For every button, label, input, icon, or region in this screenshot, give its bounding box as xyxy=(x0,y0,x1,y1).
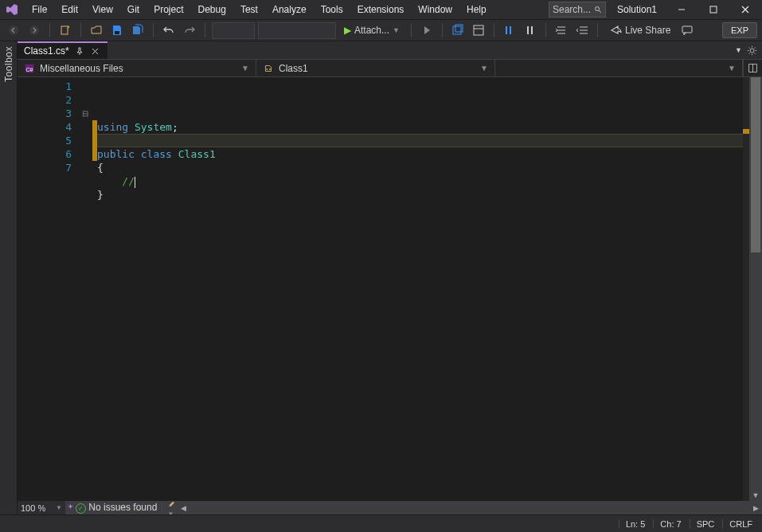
maximize-button[interactable] xyxy=(700,1,727,18)
separator xyxy=(494,23,494,37)
col-indicator[interactable]: Ch: 7 xyxy=(653,519,687,529)
menu-file[interactable]: File xyxy=(25,2,53,18)
scroll-down-icon[interactable]: ▼ xyxy=(749,489,762,501)
attach-debugger-button[interactable]: ▶ Attach... ▼ xyxy=(339,22,404,39)
separator xyxy=(49,23,50,37)
menu-tools[interactable]: Tools xyxy=(315,2,350,18)
svg-point-0 xyxy=(596,7,600,11)
zoom-dropdown[interactable]: 100 % ▼ xyxy=(18,501,65,514)
split-editor-button[interactable] xyxy=(743,60,762,76)
svg-rect-3 xyxy=(710,6,717,13)
close-tab-icon[interactable] xyxy=(90,45,101,57)
svg-rect-18 xyxy=(682,26,692,33)
pin-icon[interactable] xyxy=(74,45,85,57)
play-icon: ▶ xyxy=(344,25,351,36)
separator xyxy=(153,23,154,37)
menu-test[interactable]: Test xyxy=(234,2,264,18)
zoom-value: 100 % xyxy=(21,503,45,513)
toggle-button[interactable] xyxy=(470,22,487,39)
tab-class1[interactable]: Class1.cs* xyxy=(18,41,107,59)
chevron-down-icon: ▼ xyxy=(728,64,736,72)
svg-point-25 xyxy=(269,68,271,70)
svg-rect-12 xyxy=(474,25,483,35)
member-dropdown[interactable]: Class1 ▼ xyxy=(256,60,495,76)
chevron-down-icon: ▼ xyxy=(241,64,249,72)
scope-dropdown[interactable]: C# Miscellaneous Files ▼ xyxy=(18,60,256,76)
config-dropdown[interactable] xyxy=(212,22,255,39)
line-indicator[interactable]: Ln: 5 xyxy=(619,519,651,529)
indent-button[interactable] xyxy=(553,22,570,39)
find-in-files-button[interactable] xyxy=(449,22,467,39)
separator xyxy=(162,503,162,514)
chevron-down-icon: ▼ xyxy=(56,504,62,511)
menu-analyze[interactable]: Analyze xyxy=(266,2,313,18)
open-file-button[interactable] xyxy=(88,22,105,39)
line-numbers: 1234567 xyxy=(40,77,78,501)
breakpoint-margin[interactable] xyxy=(18,77,40,501)
feedback-button[interactable] xyxy=(678,22,696,39)
menu-git[interactable]: Git xyxy=(121,2,146,18)
separator xyxy=(411,23,412,37)
outdent-button[interactable] xyxy=(573,22,591,39)
menu-extensions[interactable]: Extensions xyxy=(351,2,411,18)
menu-project[interactable]: Project xyxy=(147,2,190,18)
menu-window[interactable]: Window xyxy=(412,2,459,18)
solution-name[interactable]: Solution1 xyxy=(611,2,663,17)
scroll-thumb[interactable] xyxy=(751,77,760,252)
svg-text:C#: C# xyxy=(26,66,33,72)
svg-point-6 xyxy=(9,25,18,35)
csharp-file-icon: C# xyxy=(24,63,35,74)
tab-title: Class1.cs* xyxy=(24,45,69,57)
svg-rect-8 xyxy=(61,26,68,34)
method-dropdown[interactable]: ▼ xyxy=(495,60,743,76)
main-area: Toolbox Class1.cs* ▼ C# Miscellaneous Fi… xyxy=(0,41,762,514)
code-text[interactable]: using System;public class Class1{ //} xyxy=(97,77,749,501)
new-item-button[interactable] xyxy=(57,22,74,39)
share-icon xyxy=(609,24,622,37)
undo-button[interactable] xyxy=(160,22,178,39)
svg-rect-11 xyxy=(455,25,463,32)
uncomment-button[interactable] xyxy=(522,22,539,39)
outline-margin[interactable]: ⊟ xyxy=(78,77,92,501)
exp-badge[interactable]: EXP xyxy=(722,22,757,38)
platform-dropdown[interactable] xyxy=(258,22,336,39)
menu-help[interactable]: Help xyxy=(460,2,493,18)
save-button[interactable] xyxy=(108,22,126,39)
search-icon xyxy=(594,5,602,14)
nav-fwd-button[interactable] xyxy=(25,22,43,39)
menu-view[interactable]: View xyxy=(86,2,119,18)
svg-rect-9 xyxy=(115,31,119,34)
errors-indicator[interactable]: ✓ No issues found xyxy=(76,502,157,514)
code-editor[interactable]: 1234567 ⊟ using System;public class Clas… xyxy=(18,76,762,501)
live-share-button[interactable]: Live Share xyxy=(604,24,675,37)
toolbox-label: Toolbox xyxy=(3,46,14,82)
comment-button[interactable] xyxy=(501,22,518,39)
eol-mode[interactable]: CRLF xyxy=(722,519,759,529)
vs-logo-icon xyxy=(3,1,21,18)
gear-icon[interactable] xyxy=(747,45,757,56)
menu-edit[interactable]: Edit xyxy=(55,2,84,18)
redo-button[interactable] xyxy=(181,22,198,39)
minimize-button[interactable] xyxy=(668,1,695,18)
toolbox-panel-tab[interactable]: Toolbox xyxy=(0,41,18,514)
indent-mode[interactable]: SPC xyxy=(690,519,721,529)
document-well: Class1.cs* ▼ xyxy=(18,41,762,59)
vertical-scrollbar[interactable]: ▲ ▼ xyxy=(749,77,762,501)
member-label: Class1 xyxy=(279,63,308,74)
status-bar: Ln: 5 Ch: 7 SPC CRLF xyxy=(0,514,762,532)
health-indicator[interactable] xyxy=(65,503,76,513)
separator xyxy=(205,23,205,37)
separator xyxy=(80,23,81,37)
live-share-label: Live Share xyxy=(625,25,670,36)
search-input[interactable]: Search... xyxy=(549,2,606,18)
title-bar: FileEditViewGitProjectDebugTestAnalyzeTo… xyxy=(0,0,762,19)
close-button[interactable] xyxy=(732,1,759,18)
save-all-button[interactable] xyxy=(129,22,147,39)
menu-debug[interactable]: Debug xyxy=(192,2,233,18)
debug-step-button[interactable] xyxy=(418,22,436,39)
separator xyxy=(597,23,598,37)
nav-back-button[interactable] xyxy=(5,22,22,39)
issues-label: No issues found xyxy=(88,502,157,513)
active-files-dropdown[interactable]: ▼ xyxy=(735,46,742,54)
fold-toggle[interactable]: ⊟ xyxy=(78,107,92,120)
